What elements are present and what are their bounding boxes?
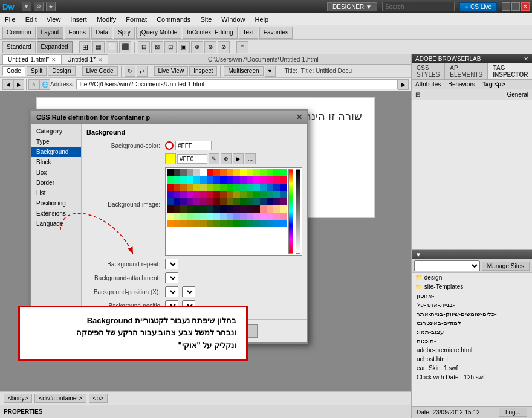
file-klim[interactable]: כלים-שומשים-שיווק-בניית-אתר- [412,309,532,318]
menu-window[interactable]: Window [216,14,250,24]
file-tochnot[interactable]: תוכנות- [412,336,532,346]
file-adobe-premiere[interactable]: adobe-premiere.html [412,346,532,355]
file-limudim[interactable]: למודים-באינטרנט [412,318,532,327]
eyedropper-icon[interactable]: ⊕ [221,153,232,164]
view-live-code[interactable]: Live Code [82,66,118,76]
tab-ap-elements[interactable]: AP ELEMENTS [445,63,488,79]
menu-edit[interactable]: Edit [21,14,42,24]
view-inspect[interactable]: Inspect [189,66,217,76]
layout-icon-6[interactable]: ⊠ [151,41,163,53]
color-cell[interactable] [280,198,287,205]
tab-untitled2[interactable]: Untitled-1* ✕ [62,54,108,64]
layout-icon-11[interactable]: ⊘ [218,41,230,53]
bg-attachment-select[interactable] [165,272,178,283]
layout-icon-8[interactable]: ▣ [178,41,190,53]
view-multiscreen[interactable]: Multiscreen [224,66,263,76]
category-extensions[interactable]: Extensions [31,208,81,219]
menu-format[interactable]: Format [121,14,152,24]
menu-file[interactable]: File [0,14,21,24]
view-live[interactable]: Live View [154,66,189,76]
browserlab-close[interactable]: ✕ [524,56,528,62]
tab-css-styles[interactable]: CSS STYLES [412,63,445,79]
tab-layout[interactable]: Layout [37,27,63,39]
log-button[interactable]: Log... [499,408,527,417]
layout-icon-10[interactable]: ⊗ [204,41,216,53]
menu-help[interactable]: Help [250,14,273,24]
bg-pos-x-select[interactable] [165,286,178,297]
color-cell[interactable] [280,213,287,220]
site-select[interactable] [414,260,480,271]
browse-swatch-icon[interactable]: … [245,153,256,164]
btn-standard[interactable]: Standard [2,41,36,53]
color-circle-icon[interactable] [165,141,174,150]
menu-modify[interactable]: Modify [92,14,121,24]
category-box[interactable]: Box [31,167,81,178]
layout-icon-1[interactable]: ⊞ [79,41,91,53]
file-bniat[interactable]: בניית-אתר-על- [412,300,532,309]
layout-icon-2[interactable]: ▦ [92,41,105,53]
dialog-close-button[interactable]: ✕ [296,113,302,121]
layout-icon-3[interactable]: ⬜ [106,41,118,53]
back-icon[interactable]: ◀ [2,79,13,90]
general-section-header[interactable]: ⊞ General [412,89,532,100]
layout-icon-5[interactable]: ⊟ [138,41,150,53]
designer-button[interactable]: DESIGNER ▼ [327,2,377,11]
category-positioning[interactable]: Positioning [31,198,81,208]
menu-site[interactable]: Site [195,14,216,24]
category-border[interactable]: Border [31,178,81,188]
color-cell[interactable] [280,184,287,191]
tab-incontext[interactable]: InContext Editing [183,27,237,39]
cs-live-button[interactable]: ● CS Live [459,2,497,11]
tab-close-1[interactable]: ✕ [51,57,56,63]
category-language[interactable]: Language [31,219,81,229]
file-site-templates[interactable]: 📁 site-Templates [412,282,532,291]
tag-p[interactable]: <p> [89,394,108,403]
menu-view[interactable]: View [42,14,66,24]
spacer-icon[interactable]: ≡ [236,41,248,53]
btn-expanded[interactable]: Expanded [37,41,73,53]
tab-jquery[interactable]: jQuery Mobile [136,27,182,39]
bg-pos-x-unit[interactable] [182,286,195,297]
bw-strip[interactable] [296,169,300,254]
tab-data[interactable]: Data [91,27,112,39]
view-code[interactable]: Code [2,66,25,76]
color-cell[interactable] [280,191,287,198]
address-go-icon[interactable]: ▶ [398,79,409,90]
bg-color-swatch[interactable] [165,153,176,164]
tab-close-2[interactable]: ✕ [98,57,103,63]
file-achsun[interactable]: אחסון- [412,291,532,300]
tab-text[interactable]: Text [239,27,258,39]
file-itsub[interactable]: עצוב-תמונ [412,327,532,336]
settings-icon[interactable]: ⚙ [34,2,44,11]
minimize-button[interactable]: — [502,2,510,11]
tab-tag-inspector[interactable]: TAG INSPECTOR [488,63,532,79]
close-button[interactable]: ✕ [521,2,530,11]
more-options-icon[interactable]: ▶ [233,153,244,164]
edit-swatch-icon[interactable]: ✎ [209,153,219,164]
refresh-icon[interactable]: ↻ [125,66,135,77]
category-background[interactable]: Background [31,147,81,157]
category-type[interactable]: Type [31,137,81,147]
view-split[interactable]: Split [27,66,47,76]
star-icon[interactable]: ★ [46,2,56,11]
tab-untitled1[interactable]: Untitled-1.html* ✕ [2,54,62,64]
layout-icon-9[interactable]: ⊕ [191,41,203,53]
bg-repeat-select[interactable] [165,259,178,269]
category-list[interactable]: List [31,188,81,198]
category-block[interactable]: Block [31,157,81,167]
maximize-button[interactable]: □ [511,2,520,11]
color-cell[interactable] [280,169,287,176]
bg-hex-input[interactable] [177,154,207,164]
tab-favorites[interactable]: Favorites [259,27,293,39]
file-uehost[interactable]: uehost.html [412,355,532,364]
tab-forms[interactable]: Forms [65,27,90,39]
tab-spry[interactable]: Spry [114,27,135,39]
multiscreen-dropdown[interactable]: ▼ [265,66,276,77]
home-icon[interactable]: ⌂ [28,79,39,90]
menu-commands[interactable]: Commands [152,14,195,24]
color-cell[interactable] [280,220,287,227]
search-input[interactable] [382,2,455,11]
files-section-header[interactable]: ▼ [412,250,532,259]
forward-icon[interactable]: ▶ [13,79,24,90]
view-design[interactable]: Design [48,66,75,76]
